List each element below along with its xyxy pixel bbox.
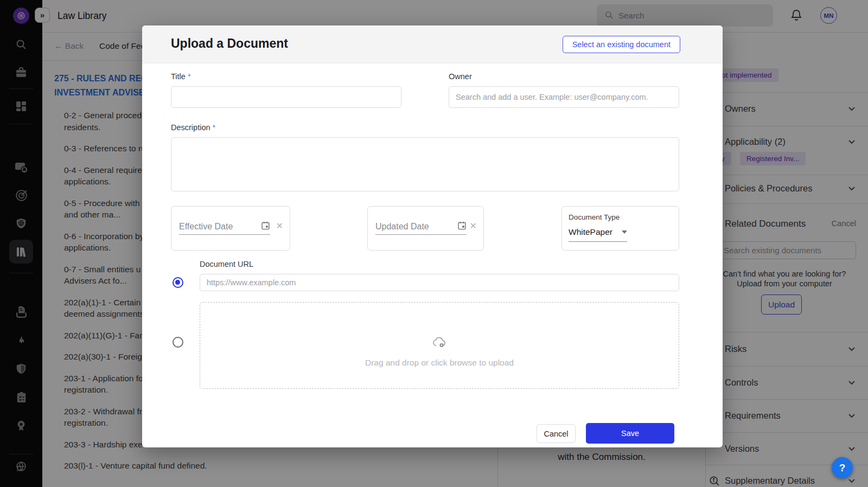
cloud-upload-icon [432, 336, 446, 350]
dropdown-caret-icon [622, 230, 627, 234]
calendar-icon[interactable] [261, 221, 270, 232]
dropzone-text: Drag and drop or click browse to upload [200, 358, 679, 368]
select-existing-document-button[interactable]: Select an existing document [563, 36, 680, 53]
effective-date-placeholder: Effective Date [179, 222, 233, 232]
title-input[interactable] [171, 86, 401, 108]
file-dropzone[interactable]: Drag and drop or click browse to upload [200, 302, 679, 389]
modal-title: Upload a Document [171, 36, 288, 51]
url-option-radio[interactable] [173, 277, 183, 288]
updated-date-placeholder: Updated Date [375, 222, 429, 232]
effective-date-field[interactable]: Effective Date ✕ [171, 206, 290, 251]
upload-document-modal: Upload a Document Select an existing doc… [142, 25, 723, 447]
title-label: Title * [171, 72, 191, 81]
document-type-label: Document Type [569, 213, 620, 221]
app-screen: » Law Library Search MN ← Back Code of F… [0, 0, 868, 487]
help-button[interactable]: ? [832, 457, 853, 478]
document-url-label: Document URL [200, 260, 253, 268]
clear-date-icon[interactable]: ✕ [470, 221, 477, 231]
document-type-field: Document Type WhitePaper [561, 206, 679, 251]
updated-date-field[interactable]: Updated Date ✕ [367, 206, 484, 251]
modal-header: Upload a Document Select an existing doc… [142, 25, 723, 63]
description-label: Description * [171, 123, 215, 132]
calendar-icon[interactable] [457, 221, 467, 232]
file-option-radio[interactable] [173, 337, 183, 348]
document-url-input[interactable] [200, 274, 679, 291]
clear-date-icon[interactable]: ✕ [276, 221, 283, 231]
cancel-button[interactable]: Cancel [537, 424, 576, 443]
required-asterisk: * [213, 123, 216, 132]
save-button[interactable]: Save [586, 423, 674, 444]
owner-input[interactable] [449, 86, 679, 108]
required-asterisk: * [188, 72, 191, 81]
description-textarea[interactable] [171, 137, 679, 191]
owner-label: Owner [449, 72, 472, 81]
document-type-select[interactable]: WhitePaper [569, 227, 627, 242]
